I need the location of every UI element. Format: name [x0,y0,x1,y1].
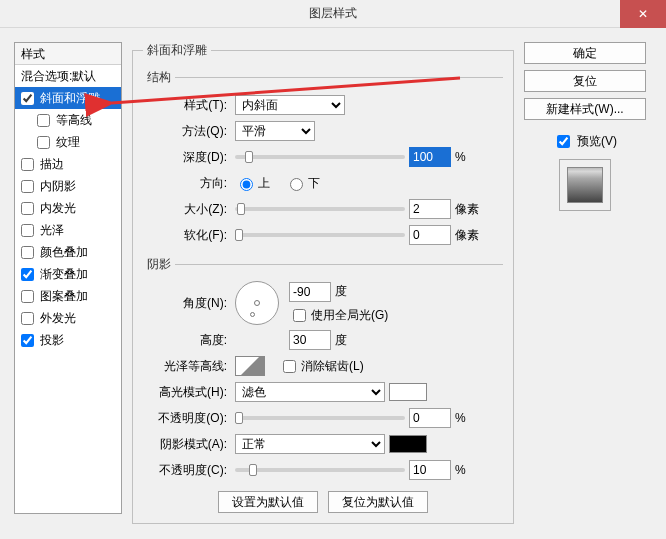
sidebar-label-9: 图案叠加 [40,288,88,305]
size-slider[interactable] [235,207,405,211]
sidebar-check-10[interactable] [21,312,34,325]
global-light-check[interactable]: 使用全局光(G) [289,306,388,325]
sidebar-check-11[interactable] [21,334,34,347]
dir-up-radio[interactable]: 上 [235,175,270,192]
angle-sphere[interactable] [235,281,279,325]
sidebar-item-9[interactable]: 图案叠加 [15,285,121,307]
sidebar-check-1[interactable] [37,114,50,127]
highlight-opacity-input[interactable] [409,408,451,428]
sidebar-item-1[interactable]: 等高线 [15,109,121,131]
preview-check[interactable] [557,135,570,148]
sidebar-check-6[interactable] [21,224,34,237]
sidebar-item-11[interactable]: 投影 [15,329,121,351]
sidebar-label-3: 描边 [40,156,64,173]
shadow-mode-select[interactable]: 正常 [235,434,385,454]
preview-label: 预览(V) [577,133,617,150]
sidebar-check-5[interactable] [21,202,34,215]
size-label: 大小(Z): [143,201,231,218]
main-panel: 斜面和浮雕 结构 样式(T): 内斜面 方法(Q): 平滑 深度(D): % [132,42,514,522]
style-select[interactable]: 内斜面 [235,95,345,115]
ok-button[interactable]: 确定 [524,42,646,64]
soften-slider[interactable] [235,233,405,237]
sidebar-item-0[interactable]: 斜面和浮雕 [15,87,121,109]
shadow-opacity-label: 不透明度(C): [143,462,231,479]
sidebar-item-2[interactable]: 纹理 [15,131,121,153]
bevel-group: 斜面和浮雕 结构 样式(T): 内斜面 方法(Q): 平滑 深度(D): % [132,42,514,524]
sidebar-check-9[interactable] [21,290,34,303]
sidebar-check-3[interactable] [21,158,34,171]
sidebar-item-10[interactable]: 外发光 [15,307,121,329]
reset-default-button[interactable]: 复位为默认值 [328,491,428,513]
gloss-contour-swatch[interactable] [235,356,265,376]
preview-box [559,159,611,211]
sidebar-label-0: 斜面和浮雕 [40,90,100,107]
sidebar-item-4[interactable]: 内阴影 [15,175,121,197]
direction-label: 方向: [143,175,231,192]
sidebar-check-0[interactable] [21,92,34,105]
sidebar-label-11: 投影 [40,332,64,349]
structure-legend: 结构 [143,69,175,86]
sidebar-item-5[interactable]: 内发光 [15,197,121,219]
sidebar-label-8: 渐变叠加 [40,266,88,283]
method-select[interactable]: 平滑 [235,121,315,141]
sidebar-check-7[interactable] [21,246,34,259]
highlight-opacity-label: 不透明度(O): [143,410,231,427]
depth-slider[interactable] [235,155,405,159]
angle-label: 角度(N): [143,295,231,312]
depth-label: 深度(D): [143,149,231,166]
preview-swatch [567,167,603,203]
shading-legend: 阴影 [143,256,175,273]
titlebar: 图层样式 ✕ [0,0,666,28]
shadow-mode-label: 阴影模式(A): [143,436,231,453]
new-style-button[interactable]: 新建样式(W)... [524,98,646,120]
sidebar-item-3[interactable]: 描边 [15,153,121,175]
sidebar-item-6[interactable]: 光泽 [15,219,121,241]
gloss-contour-label: 光泽等高线: [143,358,231,375]
highlight-color-swatch[interactable] [389,383,427,401]
sidebar-label-7: 颜色叠加 [40,244,88,261]
close-icon: ✕ [638,7,648,21]
sidebar-check-4[interactable] [21,180,34,193]
sidebar-item-7[interactable]: 颜色叠加 [15,241,121,263]
sidebar-label-1: 等高线 [56,112,92,129]
highlight-mode-label: 高光模式(H): [143,384,231,401]
sidebar-label-5: 内发光 [40,200,76,217]
soften-input[interactable] [409,225,451,245]
sidebar-item-8[interactable]: 渐变叠加 [15,263,121,285]
sidebar-check-8[interactable] [21,268,34,281]
style-label: 样式(T): [143,97,231,114]
depth-input[interactable] [409,147,451,167]
antialias-check[interactable]: 消除锯齿(L) [279,357,364,376]
shadow-color-swatch[interactable] [389,435,427,453]
sidebar-blend-options[interactable]: 混合选项:默认 [15,65,121,87]
method-label: 方法(Q): [143,123,231,140]
structure-group: 结构 样式(T): 内斜面 方法(Q): 平滑 深度(D): % 方向: [143,69,503,252]
make-default-button[interactable]: 设置为默认值 [218,491,318,513]
highlight-mode-select[interactable]: 滤色 [235,382,385,402]
highlight-opacity-slider[interactable] [235,416,405,420]
angle-input[interactable] [289,282,331,302]
sidebar-label-6: 光泽 [40,222,64,239]
styles-sidebar: 样式 混合选项:默认 斜面和浮雕等高线纹理描边内阴影内发光光泽颜色叠加渐变叠加图… [14,42,122,514]
sidebar-label-4: 内阴影 [40,178,76,195]
shadow-opacity-input[interactable] [409,460,451,480]
window-title: 图层样式 [309,5,357,22]
altitude-label: 高度: [143,332,231,349]
sidebar-header: 样式 [15,43,121,65]
sidebar-label-10: 外发光 [40,310,76,327]
bevel-legend: 斜面和浮雕 [143,42,211,59]
shadow-opacity-slider[interactable] [235,468,405,472]
dir-down-radio[interactable]: 下 [285,175,320,192]
sidebar-label-2: 纹理 [56,134,80,151]
soften-label: 软化(F): [143,227,231,244]
shading-group: 阴影 角度(N): 度 使用全局光(G) 高度: [143,256,503,487]
cancel-button[interactable]: 复位 [524,70,646,92]
sidebar-check-2[interactable] [37,136,50,149]
size-input[interactable] [409,199,451,219]
close-button[interactable]: ✕ [620,0,666,28]
right-column: 确定 复位 新建样式(W)... 预览(V) [524,42,646,211]
altitude-input[interactable] [289,330,331,350]
